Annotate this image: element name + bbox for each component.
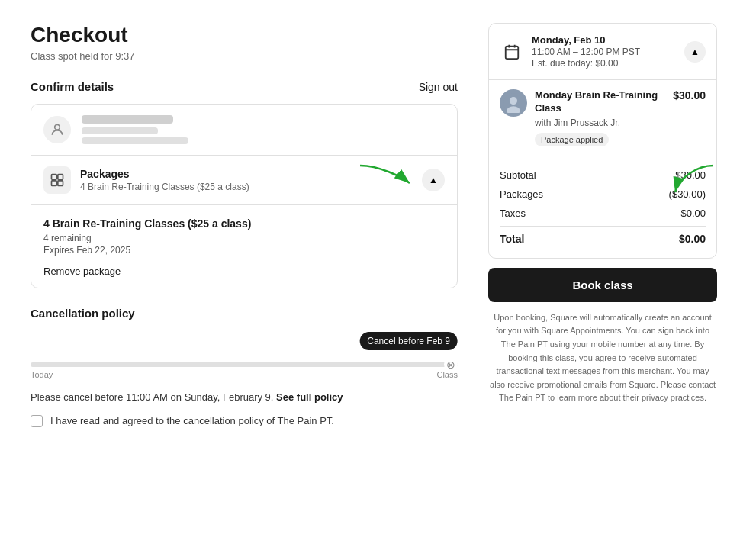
confirm-details-title: Confirm details <box>31 80 114 93</box>
sign-out-link[interactable]: Sign out <box>419 81 458 93</box>
class-date: Monday, Feb 10 <box>532 34 640 46</box>
class-time-info: Monday, Feb 10 11:00 AM – 12:00 PM PST E… <box>532 34 640 69</box>
packages-row: Packages 4 Brain Re-Training Classes ($2… <box>31 156 457 205</box>
timeline-end-icon: ⊗ <box>444 358 458 372</box>
est-due: Est. due today: $0.00 <box>532 58 640 69</box>
subtotal-row: Subtotal $30.00 <box>500 166 706 185</box>
svg-rect-4 <box>58 181 63 186</box>
subtotal-value: $30.00 <box>675 169 706 181</box>
svg-point-0 <box>55 124 60 130</box>
instructor-name: with Jim Prussack Jr. <box>535 117 665 128</box>
agree-checkbox[interactable] <box>31 415 43 427</box>
cancellation-title: Cancellation policy <box>31 307 458 320</box>
cancel-label: Cancel before Feb 9 <box>359 332 458 350</box>
user-info <box>82 115 445 144</box>
label-today: Today <box>31 370 53 379</box>
svg-rect-3 <box>52 181 57 186</box>
confirm-details-box: Packages 4 Brain Re-Training Classes ($2… <box>31 104 458 288</box>
package-expiry: Expires Feb 22, 2025 <box>43 245 445 256</box>
packages-chevron-btn[interactable]: ▲ <box>422 169 445 191</box>
class-name: Monday Brain Re-Training Class <box>535 89 665 115</box>
book-class-button[interactable]: Book class <box>488 268 717 302</box>
agree-text: I have read and agreed to the cancellati… <box>50 414 334 428</box>
packages-info: Packages 4 Brain Re-Training Classes ($2… <box>80 168 249 192</box>
class-info-text: Monday Brain Re-Training Class with Jim … <box>535 89 665 146</box>
remove-package-btn[interactable]: Remove package <box>43 266 121 277</box>
right-card: Monday, Feb 10 11:00 AM – 12:00 PM PST E… <box>488 23 717 259</box>
user-email-blurred <box>82 137 188 144</box>
user-avatar-icon <box>43 116 71 143</box>
class-detail-row: Monday Brain Re-Training Class with Jim … <box>489 80 716 156</box>
class-price: $30.00 <box>673 89 706 101</box>
package-name: 4 Brain Re-Training Classes ($25 a class… <box>43 217 445 230</box>
packages-sub: 4 Brain Re-Training Classes ($25 a class… <box>80 182 249 192</box>
page-title: Checkout <box>31 23 458 47</box>
svg-rect-1 <box>52 175 57 180</box>
package-detail: 4 Brain Re-Training Classes ($25 a class… <box>31 205 457 288</box>
class-time: 11:00 AM – 12:00 PM PST <box>532 47 640 57</box>
packages-pricing-row: Packages ($30.00) <box>500 185 706 204</box>
instructor-avatar <box>500 89 527 117</box>
package-remaining: 4 remaining <box>43 233 445 243</box>
total-row: Total $0.00 <box>500 226 706 249</box>
timeline-labels: Today Class <box>31 370 458 379</box>
pricing-section: Subtotal $30.00 Packages ($30.00) <box>489 156 716 258</box>
total-label: Total <box>500 233 524 245</box>
package-badge: Package applied <box>535 133 609 146</box>
page-subtitle: Class spot held for 9:37 <box>31 50 458 62</box>
agree-row: I have read and agreed to the cancellati… <box>31 414 458 428</box>
user-phone-blurred <box>82 127 158 134</box>
svg-rect-6 <box>506 46 519 58</box>
booking-disclaimer: Upon booking, Square will automatically … <box>488 311 717 405</box>
packages-icon <box>43 166 71 194</box>
svg-rect-2 <box>58 175 63 180</box>
packages-pricing-label: Packages <box>500 188 543 200</box>
svg-point-11 <box>510 97 517 105</box>
user-row <box>31 105 457 156</box>
subtotal-label: Subtotal <box>500 169 536 181</box>
user-name-blurred <box>82 115 173 124</box>
right-chevron-up-btn[interactable]: ▲ <box>684 41 706 63</box>
timeline-container: Cancel before Feb 9 ⊗ Today Class <box>31 332 458 379</box>
packages-pricing-value: ($30.00) <box>669 188 706 200</box>
label-class: Class <box>436 370 458 379</box>
class-time-row: Monday, Feb 10 11:00 AM – 12:00 PM PST E… <box>489 24 716 80</box>
timeline-bar: ⊗ <box>31 362 458 367</box>
see-full-policy-link[interactable]: See full policy <box>276 391 343 403</box>
calendar-icon <box>500 40 524 64</box>
cancel-policy-text: Please cancel before 11:00 AM on Sunday,… <box>31 390 458 405</box>
packages-label: Packages <box>80 168 249 180</box>
total-value: $0.00 <box>679 233 706 245</box>
taxes-value: $0.00 <box>680 208 706 219</box>
taxes-label: Taxes <box>500 208 526 219</box>
taxes-row: Taxes $0.00 <box>500 204 706 223</box>
